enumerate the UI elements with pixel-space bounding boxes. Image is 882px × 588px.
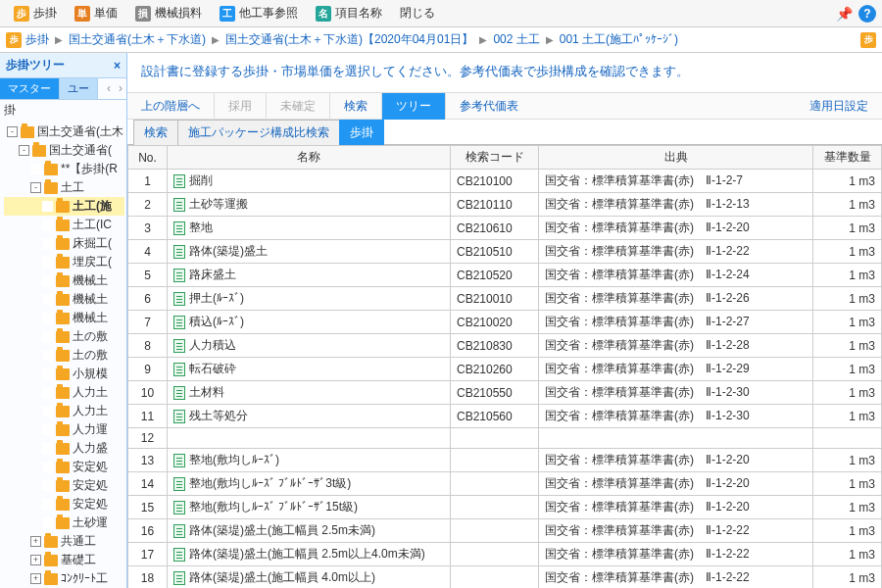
table-row[interactable]: 6押土(ﾙｰｽﾞ)CB210010国交省：標準積算基準書(赤) Ⅱ-1-2-26…	[128, 287, 882, 311]
tree-item[interactable]: 人力土	[4, 383, 124, 402]
breadcrumb-segment[interactable]: 002 土工	[493, 31, 539, 48]
toolbar-button-項目名称[interactable]: 名項目名称	[308, 3, 390, 24]
table-row[interactable]: 8人力積込CB210830国交省：標準積算基準書(赤) Ⅱ-1-2-281 m3	[128, 334, 882, 358]
tree-item[interactable]: 床掘工(	[4, 234, 124, 253]
cell-name: 掘削	[168, 170, 451, 193]
apply-date-button[interactable]: 適用日設定	[796, 93, 882, 120]
search-button[interactable]: 検索	[330, 93, 381, 120]
tree-spacer	[42, 480, 53, 491]
tree-item[interactable]: -国土交通省(	[4, 141, 124, 160]
tree-item[interactable]: +基礎工	[4, 551, 124, 569]
table-row[interactable]: 12	[128, 428, 882, 449]
toolbar-button-他工事参照[interactable]: 工他工事参照	[212, 3, 306, 24]
tree-label: ｺﾝｸﾘｰﾄ工	[61, 570, 108, 587]
close-button[interactable]: 閉じる	[392, 3, 443, 24]
table-row[interactable]: 5路床盛土CB210520国交省：標準積算基準書(赤) Ⅱ-1-2-241 m3	[128, 264, 882, 287]
sidebar-close-icon[interactable]: ×	[114, 59, 121, 73]
tree-item[interactable]: 小規模	[4, 365, 124, 383]
tree-item[interactable]: 機械土	[4, 309, 124, 327]
sidebar-tab-ユー[interactable]: ユー	[60, 78, 98, 99]
sidebar-tab-マスター[interactable]: マスター	[0, 78, 60, 99]
table-row[interactable]: 18路体(築堤)盛土(施工幅員 4.0m以上)国交省：標準積算基準書(赤) Ⅱ-…	[128, 566, 882, 589]
table-row[interactable]: 2土砂等運搬CB210110国交省：標準積算基準書(赤) Ⅱ-1-2-131 m…	[128, 193, 882, 217]
col-header[interactable]: 基準数量	[813, 146, 882, 170]
breadcrumb-segment[interactable]: 国土交通省(土木＋下水道)	[69, 31, 206, 48]
col-header[interactable]: No.	[128, 146, 168, 170]
tree-item[interactable]: **【歩掛(R	[4, 160, 124, 178]
tree-item[interactable]: +ｺﾝｸﾘｰﾄ工	[4, 569, 124, 588]
up-level-button[interactable]: 上の階層へ	[127, 93, 214, 120]
collapse-icon[interactable]: -	[30, 182, 41, 193]
tree-item[interactable]: -土工	[4, 178, 124, 197]
subtab-検索[interactable]: 検索	[133, 120, 178, 145]
tree-label: 機械土	[73, 272, 108, 289]
cell-code	[451, 519, 539, 543]
table-row[interactable]: 17路体(築堤)盛土(施工幅員 2.5m以上4.0m未満)国交省：標準積算基準書…	[128, 543, 882, 566]
tree-item[interactable]: 安定処	[4, 495, 124, 514]
tab-scroll-right-icon[interactable]: ›	[115, 78, 126, 99]
tree-item[interactable]: 機械土	[4, 271, 124, 290]
breadcrumb-end-icon[interactable]: 歩	[860, 32, 876, 48]
table-row[interactable]: 1掘削CB210100国交省：標準積算基準書(赤) Ⅱ-1-2-71 m3	[128, 170, 882, 193]
table-row[interactable]: 7積込(ﾙｰｽﾞ)CB210020国交省：標準積算基準書(赤) Ⅱ-1-2-27…	[128, 311, 882, 334]
subtab-施工パッケージ構成比検索[interactable]: 施工パッケージ構成比検索	[177, 120, 340, 145]
table-row[interactable]: 4路体(築堤)盛土CB210510国交省：標準積算基準書(赤) Ⅱ-1-2-22…	[128, 240, 882, 264]
collapse-icon[interactable]: -	[7, 126, 18, 137]
cell-code: CB210610	[451, 217, 539, 240]
tree-item[interactable]: 人力土	[4, 402, 124, 420]
tab-scroll-left-icon[interactable]: ‹	[103, 78, 115, 99]
tree-item[interactable]: 土砂運	[4, 514, 124, 532]
folder-icon	[56, 313, 70, 324]
cell-name: 土材料	[168, 381, 451, 405]
tree-item[interactable]: -国土交通省(土木	[4, 122, 124, 141]
tree-item[interactable]: 土工(IC	[4, 216, 124, 234]
pin-icon[interactable]: 📌	[836, 6, 853, 22]
tree-item[interactable]: 安定処	[4, 476, 124, 495]
collapse-icon[interactable]: -	[19, 145, 29, 156]
tree-item[interactable]: 人力運	[4, 420, 124, 439]
tree-item[interactable]: 機械土	[4, 290, 124, 309]
document-icon	[173, 363, 185, 376]
expand-icon[interactable]: +	[30, 536, 41, 547]
toolbar-button-単価[interactable]: 単単価	[67, 3, 125, 24]
breadcrumb-segment[interactable]: 001 土工(施工ﾊﾟｯｹｰｼﾞ)	[560, 31, 678, 48]
expand-icon[interactable]: +	[30, 573, 41, 584]
tree-item[interactable]: 土の敷	[4, 327, 124, 346]
tree-item[interactable]: 人力盛	[4, 439, 124, 458]
breadcrumb-segment[interactable]: 歩掛	[25, 31, 49, 48]
tree-item[interactable]: 土の敷	[4, 346, 124, 365]
table-row[interactable]: 15整地(敷均しﾙｰｽﾞ ﾌﾞﾙﾄﾞｰｻﾞ15t級)国交省：標準積算基準書(赤)…	[128, 496, 882, 519]
cell-qty: 1 m3	[813, 170, 882, 193]
unconfirm-button[interactable]: 未確定	[267, 93, 329, 120]
adopt-button[interactable]: 採用	[215, 93, 266, 120]
cell-source: 国交省：標準積算基準書(赤) Ⅱ-1-2-13	[539, 193, 813, 217]
tree-spacer	[42, 257, 53, 268]
table-row[interactable]: 13整地(敷均しﾙｰｽﾞ)国交省：標準積算基準書(赤) Ⅱ-1-2-201 m3	[128, 449, 882, 472]
table-row[interactable]: 16路体(築堤)盛土(施工幅員 2.5m未満)国交省：標準積算基準書(赤) Ⅱ-…	[128, 519, 882, 543]
folder-icon	[44, 182, 58, 194]
cell-source: 国交省：標準積算基準書(赤) Ⅱ-1-2-29	[539, 358, 813, 381]
col-header[interactable]: 検索コード	[451, 146, 539, 170]
col-header[interactable]: 出典	[539, 146, 813, 170]
table-row[interactable]: 10土材料CB210550国交省：標準積算基準書(赤) Ⅱ-1-2-301 m3	[128, 381, 882, 405]
table-row[interactable]: 3整地CB210610国交省：標準積算基準書(赤) Ⅱ-1-2-201 m3	[128, 217, 882, 240]
subtab-歩掛[interactable]: 歩掛	[339, 120, 384, 145]
tree-item[interactable]: 安定処	[4, 458, 124, 476]
tree-item[interactable]: 埋戻工(	[4, 253, 124, 271]
cell-no: 7	[128, 311, 168, 334]
expand-icon[interactable]: +	[30, 555, 41, 565]
reference-button[interactable]: 参考代価表	[446, 93, 532, 120]
tree-button[interactable]: ツリー	[382, 93, 445, 120]
toolbar-button-機械損料[interactable]: 損機械損料	[127, 3, 210, 24]
breadcrumb-segment[interactable]: 国土交通省(土木＋下水道)【2020年04月01日】	[225, 31, 473, 48]
table-row[interactable]: 11残土等処分CB210560国交省：標準積算基準書(赤) Ⅱ-1-2-301 …	[128, 405, 882, 428]
table-row[interactable]: 14整地(敷均しﾙｰｽﾞ ﾌﾞﾙﾄﾞｰｻﾞ3t級)国交省：標準積算基準書(赤) …	[128, 472, 882, 496]
col-header[interactable]: 名称	[168, 146, 451, 170]
help-icon[interactable]: ?	[858, 5, 876, 23]
tree-item[interactable]: +共通工	[4, 532, 124, 551]
table-row[interactable]: 9転石破砕CB210260国交省：標準積算基準書(赤) Ⅱ-1-2-291 m3	[128, 358, 882, 381]
tree-label: 土工(施	[73, 198, 112, 215]
tree-item[interactable]: 土工(施	[4, 197, 124, 216]
cell-qty: 1 m3	[813, 405, 882, 428]
toolbar-button-歩掛[interactable]: 歩歩掛	[6, 3, 65, 24]
